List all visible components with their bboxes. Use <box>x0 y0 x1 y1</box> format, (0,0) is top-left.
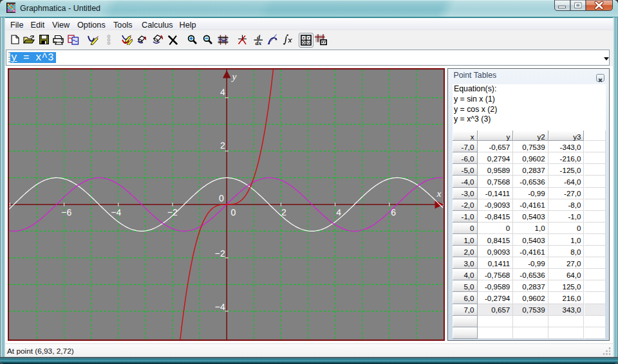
svg-text:4: 4 <box>336 208 341 218</box>
svg-text:2: 2 <box>220 141 225 151</box>
svg-text:y: y <box>230 71 236 82</box>
svg-text:6: 6 <box>391 208 396 218</box>
svg-text:−2: −2 <box>215 248 225 259</box>
svg-text:2: 2 <box>281 208 286 218</box>
svg-text:4: 4 <box>220 87 225 98</box>
svg-text:x: x <box>436 188 441 199</box>
svg-text:0: 0 <box>230 208 236 218</box>
svg-text:−4: −4 <box>215 302 225 312</box>
svg-text:−4: −4 <box>111 208 121 218</box>
svg-text:0: 0 <box>219 193 224 203</box>
svg-text:−6: −6 <box>61 208 71 218</box>
svg-text:−2: −2 <box>167 208 178 218</box>
